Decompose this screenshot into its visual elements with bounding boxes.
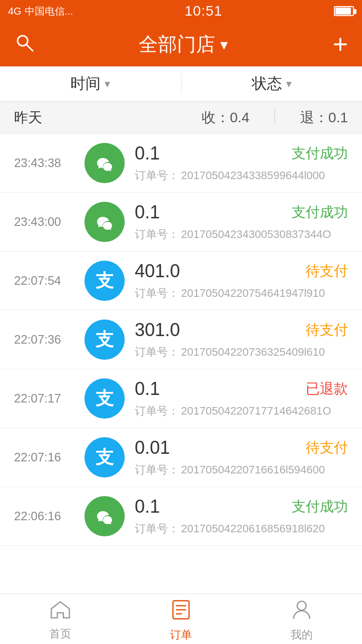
payment-icon bbox=[84, 202, 125, 242]
order-time: 22:07:36 bbox=[14, 333, 74, 347]
order-no-label: 订单号： bbox=[135, 405, 179, 417]
order-status: 支付成功 bbox=[292, 497, 348, 516]
order-amount-row: 0.1 支付成功 bbox=[135, 496, 348, 517]
order-info: 0.1 支付成功 订单号：20170504234338599644l000 bbox=[135, 143, 348, 183]
order-item[interactable]: 22:06:16 0.1 支付成功 订单号：201705042206168569… bbox=[0, 487, 362, 546]
order-no-value: 20170504220736325409l610 bbox=[181, 346, 325, 358]
order-icon bbox=[172, 600, 190, 624]
section-date: 昨天 bbox=[14, 108, 202, 127]
payment-icon: 支 bbox=[84, 437, 125, 477]
payment-icon bbox=[84, 143, 125, 183]
order-amount-row: 0.1 支付成功 bbox=[135, 143, 348, 164]
order-amount: 0.1 bbox=[135, 202, 160, 223]
order-status: 支付成功 bbox=[292, 144, 348, 163]
bottom-nav: 首页 订单 我的 bbox=[0, 594, 362, 644]
order-no-value: 20170504220717714642681O bbox=[181, 405, 331, 417]
store-title: 全部门店 bbox=[139, 32, 215, 57]
order-item[interactable]: 22:07:17 支 0.1 已退款 订单号：20170504220717714… bbox=[0, 369, 362, 428]
store-selector[interactable]: 全部门店 ▾ bbox=[139, 32, 228, 57]
section-refund: 退：0.1 bbox=[300, 108, 348, 127]
order-no-value: 20170504234300530837344O bbox=[181, 228, 331, 240]
order-time: 23:43:38 bbox=[14, 156, 74, 170]
payment-icon: 支 bbox=[84, 319, 125, 360]
order-time: 22:07:16 bbox=[14, 450, 74, 464]
signal-icon: 4G bbox=[8, 6, 22, 17]
order-amount: 0.1 bbox=[135, 143, 160, 164]
status-bar: 4G 中国电信... 10:51 bbox=[0, 0, 362, 22]
order-status: 待支付 bbox=[306, 320, 348, 340]
order-time: 22:07:17 bbox=[14, 391, 74, 406]
order-status: 待支付 bbox=[306, 262, 348, 281]
order-number: 订单号：20170504234338599644l000 bbox=[135, 168, 348, 183]
order-amount: 401.0 bbox=[135, 261, 180, 282]
home-icon bbox=[50, 601, 70, 623]
battery-area bbox=[334, 6, 354, 16]
order-number: 订单号：20170504220754641947l910 bbox=[135, 286, 348, 301]
nav-bar: 全部门店 ▾ + bbox=[0, 22, 362, 66]
nav-profile[interactable]: 我的 bbox=[241, 596, 362, 642]
dropdown-arrow-icon: ▾ bbox=[220, 36, 228, 53]
order-no-label: 订单号： bbox=[135, 228, 179, 240]
order-no-label: 订单号： bbox=[135, 522, 179, 535]
order-amount: 0.1 bbox=[135, 496, 160, 517]
home-label: 首页 bbox=[49, 626, 71, 641]
time-filter[interactable]: 时间 ▾ bbox=[0, 66, 181, 101]
order-amount-row: 401.0 待支付 bbox=[135, 261, 348, 282]
carrier-label: 中国电信... bbox=[25, 5, 73, 18]
order-no-value: 20170504234338599644l000 bbox=[181, 169, 325, 182]
battery-icon bbox=[334, 6, 354, 16]
order-status: 待支付 bbox=[306, 438, 348, 457]
nav-home[interactable]: 首页 bbox=[0, 597, 121, 641]
order-amount-row: 0.1 已退款 bbox=[135, 378, 348, 399]
order-info: 0.1 支付成功 订单号：20170504220616856918l620 bbox=[135, 496, 348, 536]
user-icon bbox=[293, 600, 311, 624]
order-info: 301.0 待支付 订单号：20170504220736325409l610 bbox=[135, 319, 348, 360]
section-stats: 收：0.4 退：0.1 bbox=[202, 108, 348, 127]
search-button[interactable] bbox=[14, 32, 34, 57]
order-info: 0.1 已退款 订单号：20170504220717714642681O bbox=[135, 378, 348, 419]
orders-label: 订单 bbox=[170, 627, 192, 642]
order-item[interactable]: 22:07:16 支 0.01 待支付 订单号：2017050422071661… bbox=[0, 428, 362, 487]
status-filter-arrow-icon: ▾ bbox=[286, 77, 292, 91]
order-no-label: 订单号： bbox=[135, 287, 179, 299]
svg-line-1 bbox=[27, 45, 33, 51]
order-time: 22:07:54 bbox=[14, 274, 74, 288]
status-filter-label: 状态 bbox=[252, 73, 282, 94]
order-status: 支付成功 bbox=[292, 203, 348, 222]
time-filter-arrow-icon: ▾ bbox=[105, 77, 110, 91]
nav-orders[interactable]: 订单 bbox=[121, 596, 241, 642]
order-number: 订单号：20170504220616856918l620 bbox=[135, 521, 348, 536]
order-amount: 0.01 bbox=[135, 437, 170, 458]
order-number: 订单号：20170504220716616l594600 bbox=[135, 462, 348, 477]
order-info: 0.1 支付成功 订单号：20170504234300530837344O bbox=[135, 202, 348, 242]
add-button[interactable]: + bbox=[333, 29, 348, 59]
content-area: 昨天 收：0.4 退：0.1 23:43:38 0.1 支付成功 订单号：201… bbox=[0, 102, 362, 601]
svg-point-6 bbox=[297, 601, 306, 610]
time-filter-label: 时间 bbox=[70, 73, 101, 94]
order-no-label: 订单号： bbox=[135, 346, 179, 358]
order-time: 23:43:00 bbox=[14, 215, 74, 229]
payment-icon: 支 bbox=[84, 378, 125, 419]
order-item[interactable]: 23:43:38 0.1 支付成功 订单号：201705042343385996… bbox=[0, 134, 362, 193]
order-item[interactable]: 22:07:36 支 301.0 待支付 订单号：201705042207363… bbox=[0, 310, 362, 369]
order-item[interactable]: 22:07:54 支 401.0 待支付 订单号：201705042207546… bbox=[0, 252, 362, 310]
status-filter[interactable]: 状态 ▾ bbox=[182, 66, 363, 101]
order-no-value: 20170504220716616l594600 bbox=[181, 463, 325, 476]
section-income: 收：0.4 bbox=[202, 108, 249, 127]
payment-icon bbox=[84, 496, 125, 536]
order-item[interactable]: 23:43:00 0.1 支付成功 订单号：201705042343005308… bbox=[0, 193, 362, 252]
profile-label: 我的 bbox=[291, 627, 313, 642]
order-status: 已退款 bbox=[306, 379, 348, 398]
order-amount-row: 0.01 待支付 bbox=[135, 437, 348, 458]
order-no-value: 20170504220754641947l910 bbox=[181, 287, 325, 299]
payment-icon: 支 bbox=[84, 261, 125, 301]
order-number: 订单号：20170504220717714642681O bbox=[135, 404, 348, 419]
section-header: 昨天 收：0.4 退：0.1 bbox=[0, 102, 362, 134]
order-amount-row: 0.1 支付成功 bbox=[135, 202, 348, 223]
status-time: 10:51 bbox=[185, 3, 222, 19]
order-time: 22:06:16 bbox=[14, 509, 74, 523]
order-amount: 301.0 bbox=[135, 319, 180, 341]
order-number: 订单号：20170504220736325409l610 bbox=[135, 345, 348, 360]
order-info: 401.0 待支付 订单号：20170504220754641947l910 bbox=[135, 261, 348, 301]
order-amount-row: 301.0 待支付 bbox=[135, 319, 348, 341]
